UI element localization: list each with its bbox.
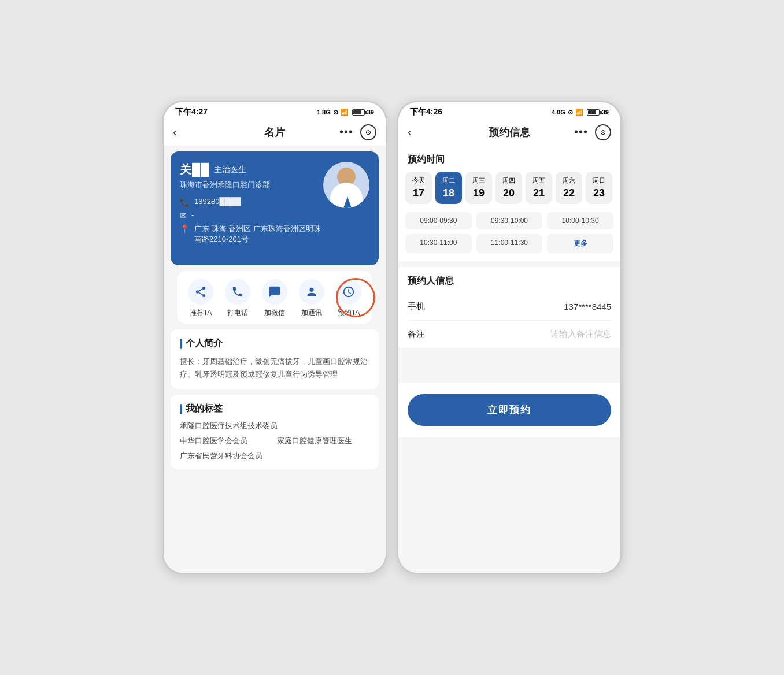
target-icon-right[interactable]: ⊙ — [595, 124, 611, 140]
bio-content: 擅长：牙周基础治疗，微创无痛拔牙，儿童画口腔常规治疗、乳牙透明冠及预成冠修复儿童… — [180, 355, 369, 381]
status-icons-right: 4.0G ⊙ 📶 39 — [552, 109, 609, 116]
date-sat[interactable]: 周六 22 — [556, 172, 582, 204]
tags-row-3: 广东省民营牙科协会会员 — [180, 451, 369, 461]
date-tue-label: 周二 — [442, 176, 455, 185]
address-row: 📍 广东 珠海 香洲区 广东珠海香洲区明珠南路2210-201号 — [180, 224, 323, 244]
slot-3[interactable]: 10:00-10:30 — [547, 212, 613, 229]
phone-info-row: 手机 137****8445 — [408, 293, 611, 321]
avatar-body — [330, 183, 363, 208]
call-label: 打电话 — [227, 308, 248, 318]
date-tue-num: 18 — [443, 187, 454, 199]
slot-5[interactable]: 11:00-11:30 — [476, 234, 543, 253]
target-icon-left[interactable]: ⊙ — [360, 124, 376, 140]
avatar-collar — [343, 196, 352, 208]
nav-actions-left: ••• ⊙ — [339, 124, 376, 140]
time-left: 下午4:27 — [175, 107, 208, 117]
time-right: 下午4:26 — [410, 107, 442, 117]
action-contact[interactable]: 加通讯 — [293, 279, 330, 318]
doctor-title: 主治医生 — [214, 165, 246, 175]
date-thu-label: 周四 — [502, 176, 515, 185]
action-recommend[interactable]: 推荐TA — [182, 279, 219, 318]
signal-right: 4.0G — [552, 109, 565, 116]
clock-icon-left: ⊙ — [333, 109, 338, 116]
phone-row: 📞 189280████ — [180, 197, 323, 207]
bio-title: 个人简介 — [180, 338, 369, 350]
tags-grid: 承隆口腔医疗技术组技术委员 中华口腔医学会会员 家庭口腔健康管理医生 广东省民营… — [180, 421, 369, 461]
doctor-clinic: 珠海市香洲承隆口腔门诊部 — [180, 180, 323, 190]
note-placeholder: 请输入备注信息 — [550, 329, 611, 340]
more-button-right[interactable]: ••• — [574, 125, 588, 139]
date-wed[interactable]: 周三 19 — [465, 172, 492, 204]
date-thu[interactable]: 周四 20 — [495, 172, 522, 204]
tags-section: 我的标签 承隆口腔医疗技术组技术委员 中华口腔医学会会员 家庭口腔健康管理医生 … — [171, 395, 379, 469]
back-button-left[interactable]: ‹ — [173, 123, 182, 141]
date-sat-num: 22 — [563, 187, 575, 199]
submit-button[interactable]: 立即预约 — [408, 394, 611, 426]
doctor-info-left: 关██ 主治医生 珠海市香洲承隆口腔门诊部 📞 189280████ ✉ - — [180, 162, 323, 248]
submit-area: 立即预约 — [398, 383, 620, 437]
doctor-name-row: 关██ 主治医生 — [180, 162, 323, 177]
recommend-icon — [188, 279, 213, 305]
action-bar: 推荐TA 打电话 加微信 — [177, 271, 372, 324]
screen-content-left: 关██ 主治医生 珠海市香洲承隆口腔门诊部 📞 189280████ ✉ - — [164, 146, 386, 573]
battery-pct-right: 39 — [602, 109, 609, 116]
date-tue[interactable]: 周二 18 — [435, 172, 462, 204]
page-title-left: 名片 — [264, 125, 285, 139]
doctor-avatar — [323, 162, 369, 208]
tag-3: 家庭口腔健康管理医生 — [277, 436, 369, 446]
slot-2[interactable]: 09:30-10:00 — [476, 212, 543, 229]
phone-info-value: 137****8445 — [564, 302, 611, 311]
back-button-right[interactable]: ‹ — [408, 123, 416, 141]
screen-content-right: 预约时间 今天 17 周二 18 周三 19 — [398, 146, 620, 573]
status-bar-left: 下午4:27 1.8G ⊙ 📶 39 — [164, 102, 386, 120]
slot-more[interactable]: 更多 — [547, 234, 613, 253]
recommend-label: 推荐TA — [190, 308, 212, 318]
action-wechat[interactable]: 加微信 — [256, 279, 293, 318]
booking-info-section: 预约人信息 手机 137****8445 备注 请输入备注信息 — [398, 267, 620, 348]
bio-bar — [180, 339, 182, 349]
booking-info-rows: 手机 137****8445 备注 请输入备注信息 — [398, 293, 620, 348]
tags-bar — [180, 404, 182, 414]
time-slots-grid: 09:00-09:30 09:30-10:00 10:00-10:30 10:3… — [398, 212, 620, 261]
note-info-row[interactable]: 备注 请输入备注信息 — [408, 321, 611, 348]
date-fri-num: 21 — [533, 187, 545, 199]
date-wed-num: 19 — [473, 187, 485, 199]
email-icon: ✉ — [180, 211, 187, 220]
bio-section: 个人简介 擅长：牙周基础治疗，微创无痛拔牙，儿童画口腔常规治疗、乳牙透明冠及预成… — [171, 329, 379, 389]
contact-label: 加通讯 — [301, 308, 322, 318]
action-call[interactable]: 打电话 — [219, 279, 256, 318]
tag-4: 广东省民营牙科协会会员 — [180, 451, 369, 461]
tags-row-1: 承隆口腔医疗技术组技术委员 — [180, 421, 369, 431]
doctor-card: 关██ 主治医生 珠海市香洲承隆口腔门诊部 📞 189280████ ✉ - — [171, 151, 379, 265]
battery-icon-right — [587, 109, 600, 116]
date-fri[interactable]: 周五 21 — [526, 172, 552, 204]
tag-1: 承隆口腔医疗技术组技术委员 — [180, 421, 369, 431]
date-today-num: 17 — [413, 187, 424, 199]
date-sun[interactable]: 周日 23 — [586, 172, 612, 204]
nav-bar-right: ‹ 预约信息 ••• ⊙ — [398, 120, 620, 146]
tag-2: 中华口腔医学会会员 — [180, 436, 272, 446]
slot-1[interactable]: 09:00-09:30 — [405, 212, 472, 229]
booking-info-title: 预约人信息 — [398, 267, 620, 293]
phone-number: 189280████ — [194, 197, 241, 206]
slot-4[interactable]: 10:30-11:00 — [405, 234, 472, 253]
date-sun-label: 周日 — [593, 176, 605, 185]
action-book[interactable]: 预约TA — [330, 279, 367, 318]
battery-pct-left: 39 — [367, 109, 374, 116]
date-sat-label: 周六 — [563, 176, 575, 185]
booking-time-title: 预约时间 — [398, 146, 620, 172]
more-button-left[interactable]: ••• — [339, 125, 353, 139]
nav-bar-left: ‹ 名片 ••• ⊙ — [164, 120, 386, 146]
contact-icon — [299, 279, 324, 305]
tags-row-2: 中华口腔医学会会员 家庭口腔健康管理医生 — [180, 436, 369, 446]
date-selector[interactable]: 今天 17 周二 18 周三 19 周四 20 — [398, 172, 620, 212]
doctor-name: 关██ — [180, 162, 209, 177]
signal-left: 1.8G — [317, 109, 331, 116]
book-icon — [336, 279, 361, 305]
email-row: ✉ - — [180, 210, 323, 220]
avatar-figure — [329, 166, 364, 208]
date-today[interactable]: 今天 17 — [405, 172, 432, 204]
wifi-icon-left: 📶 — [341, 109, 349, 116]
doctor-header: 关██ 主治医生 珠海市香洲承隆口腔门诊部 📞 189280████ ✉ - — [180, 162, 369, 248]
book-label: 预约TA — [338, 308, 360, 318]
